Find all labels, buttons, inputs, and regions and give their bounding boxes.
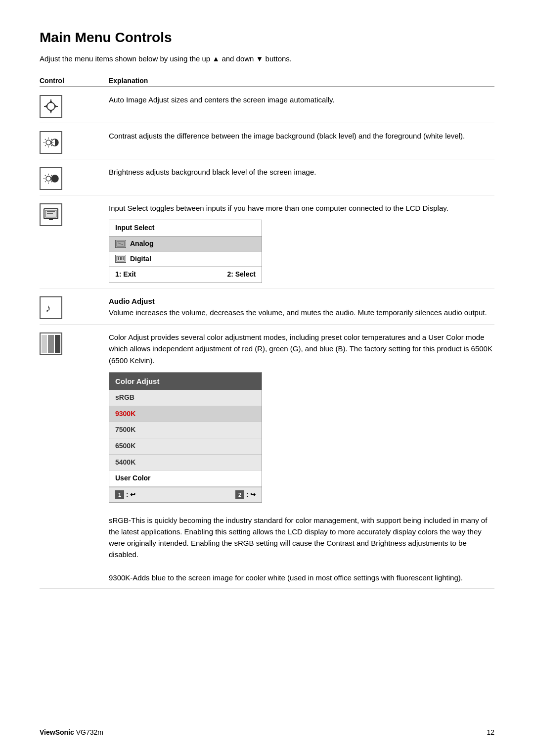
audio-label: Audio Adjust [109,297,155,305]
svg-marker-5 [49,100,52,102]
svg-rect-30 [45,210,56,217]
svg-line-27 [51,175,52,176]
color-6500k: 6500K [109,438,262,455]
brand-name: ViewSonic [40,728,74,736]
color-5400k: 5400K [109,455,262,471]
page-footer: ViewSonic VG732m 12 [40,728,494,736]
footer-btn-1: 1 : ↩ [115,490,135,500]
svg-line-17 [51,139,52,140]
explanation-color: Color Adjust provides several color adju… [109,331,494,583]
color-srgb: sRGB [109,390,262,406]
color-7500k: 7500K [109,422,262,438]
footer-brand: ViewSonic VG732m [40,728,103,736]
svg-rect-40 [123,257,124,260]
footer-label-2: : ↪ [246,490,256,500]
footer-num-2: 2 [235,490,244,499]
input-footer-left: 1: Exit [115,269,136,280]
color-adjust-popup: Color Adjust sRGB 9300K 7500K 6500K 5400… [109,372,262,503]
svg-point-0 [47,102,55,110]
footer-btn-2: 2 : ↪ [235,490,256,500]
svg-rect-38 [118,257,119,260]
icon-cell-contrast [40,130,109,154]
svg-text:♪: ♪ [45,302,51,314]
explanation-audio: Audio Adjust Volume increases the volume… [109,295,494,319]
header-control: Control [40,77,109,85]
color-bar-3 [55,335,60,353]
color-desc: Color Adjust provides several color adju… [109,333,492,365]
svg-point-9 [46,140,51,145]
input-select-icon [40,203,62,226]
row-color-adjust: Color Adjust provides several color adju… [40,325,494,589]
icon-cell-auto [40,94,109,118]
input-analog-item: Analog [109,236,262,252]
audio-adjust-icon: ♪ [40,296,62,319]
explanation-input: Input Select toggles between inputs if y… [109,202,494,283]
svg-line-24 [45,175,46,176]
explanation-brightness: Brightness adjusts background black leve… [109,166,494,178]
input-footer-right: 2: Select [227,269,256,280]
svg-point-28 [51,175,58,182]
input-select-popup: Input Select Analog Digital 1: Exit 2: S… [109,220,262,283]
svg-line-26 [45,182,46,183]
page-number: 12 [487,728,494,736]
row-input-select: Input Select toggles between inputs if y… [40,195,494,288]
input-select-footer: 1: Exit 2: Select [109,267,262,283]
auto-image-adjust-icon [40,95,62,118]
icon-cell-brightness [40,166,109,190]
row-audio-adjust: ♪ Audio Adjust Volume increases the volu… [40,288,494,325]
color-9300k: 9300K [109,406,262,423]
row-brightness: Brightness adjusts background black leve… [40,159,494,195]
digital-icon [115,255,126,263]
color-bar-1 [42,335,47,353]
analog-label: Analog [130,238,153,249]
table-header: Control Explanation [40,77,494,87]
input-digital-item: Digital [109,252,262,267]
svg-line-14 [45,139,46,140]
svg-point-19 [46,176,51,181]
color-adjust-title: Color Adjust [109,373,262,390]
explanation-contrast: Contrast adjusts the difference between … [109,130,494,142]
icon-cell-audio: ♪ [40,295,109,319]
audio-desc: Volume increases the volume, decreases t… [109,308,487,317]
controls-table: Control Explanation [40,77,494,589]
page-title: Main Menu Controls [40,30,494,46]
svg-marker-8 [55,105,57,108]
footer-label-1: : ↩ [126,490,135,500]
svg-line-16 [45,145,46,146]
svg-line-25 [51,182,52,183]
icon-cell-color [40,331,109,355]
digital-label: Digital [130,254,151,265]
input-select-popup-title: Input Select [109,220,262,236]
contrast-icon [40,131,62,154]
analog-icon [115,240,126,248]
svg-marker-7 [44,105,47,108]
footer-num-1: 1 [115,490,124,499]
color-adjust-footer: 1 : ↩ 2 : ↪ [109,487,262,502]
explanation-auto: Auto Image Adjust sizes and centers the … [109,94,494,105]
row-contrast: Contrast adjusts the difference between … [40,123,494,159]
color-user: User Color [109,471,262,487]
brightness-icon [40,167,62,190]
svg-rect-39 [120,257,122,260]
color-bar-2 [48,335,53,353]
svg-marker-6 [49,110,52,113]
k9300-text: 9300K-Adds blue to the screen image for … [109,572,494,583]
color-adjust-icon [40,332,62,355]
intro-paragraph: Adjust the menu items shown below by usi… [40,54,494,63]
srgb-text: sRGB-This is quickly becoming the indust… [109,515,494,561]
icon-cell-input [40,202,109,226]
row-auto-image-adjust: Auto Image Adjust sizes and centers the … [40,87,494,123]
header-explanation: Explanation [109,77,494,85]
svg-line-15 [51,145,52,146]
